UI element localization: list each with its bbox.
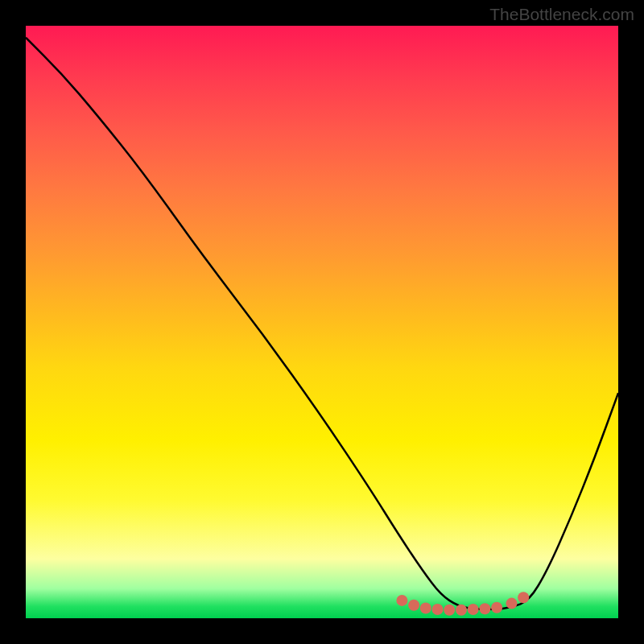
marker-dot xyxy=(518,592,529,603)
curve-line xyxy=(26,38,618,609)
marker-dot xyxy=(408,600,419,611)
chart-plot-area xyxy=(26,26,618,618)
marker-dot xyxy=(444,605,455,616)
marker-dot xyxy=(479,603,490,614)
marker-dot xyxy=(432,604,444,615)
chart-svg xyxy=(26,26,618,618)
marker-dot xyxy=(420,603,431,614)
marker-dot xyxy=(456,605,467,616)
marker-dot xyxy=(468,604,479,615)
marker-dot xyxy=(491,602,502,613)
watermark-text: TheBottleneck.com xyxy=(489,5,634,24)
marker-dots xyxy=(396,592,529,616)
marker-dot xyxy=(396,595,407,606)
marker-dot xyxy=(506,598,518,609)
